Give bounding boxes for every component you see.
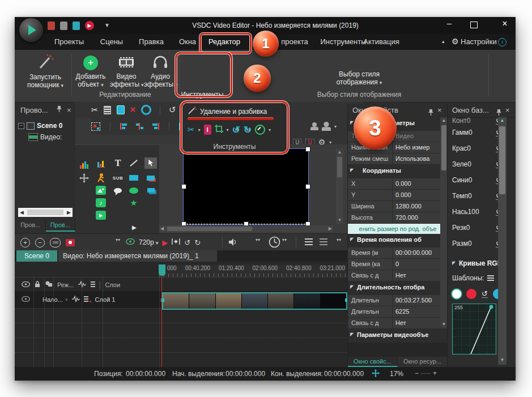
- spectrum-tool-icon[interactable]: [78, 157, 90, 169]
- crop-tool-icon[interactable]: [215, 125, 223, 135]
- rgb-curve-graph[interactable]: 255: [452, 304, 496, 355]
- zoom-100-icon[interactable]: 100: [50, 238, 61, 247]
- menu-settings[interactable]: Настройки: [461, 34, 496, 50]
- lock-column-icon[interactable]: [35, 281, 40, 289]
- snapshot-tool-icon[interactable]: [144, 172, 157, 183]
- playhead-marker[interactable]: [159, 264, 165, 276]
- animation-tool-icon[interactable]: [95, 172, 107, 183]
- zoom-out-icon[interactable]: −: [35, 238, 45, 247]
- time-display-mode-icon[interactable]: [269, 236, 280, 250]
- resize-to-parent-button[interactable]: енить размер по род. объе: [348, 224, 448, 234]
- cursor-tool-icon[interactable]: [144, 157, 157, 169]
- preview-eye-icon[interactable]: [126, 238, 135, 246]
- group-arrow-icon[interactable]: ▾: [334, 124, 337, 129]
- section-duration[interactable]: Длительность отобра: [348, 281, 448, 295]
- palette-expand-icon[interactable]: ▶: [132, 224, 137, 230]
- audio-mute-icon[interactable]: [229, 238, 237, 247]
- rotate-ccw-icon[interactable]: ↺90: [232, 124, 240, 136]
- visibility-column-icon[interactable]: [22, 281, 30, 288]
- tree-item-scene[interactable]: − Scene 0: [18, 122, 62, 130]
- timeline-ruler[interactable]: 000 00:40.200 01:20.400 02:00.600 02:40.…: [159, 264, 346, 277]
- preview-hscrollbar[interactable]: ◀ ▶: [159, 225, 333, 232]
- crop-arrow-icon[interactable]: ▾: [227, 127, 229, 133]
- close-button[interactable]: ×: [496, 19, 513, 33]
- templates-list-icon[interactable]: [487, 275, 494, 281]
- close-icon[interactable]: ×: [505, 104, 510, 117]
- group-objects-icon[interactable]: [310, 122, 319, 130]
- copy-icon[interactable]: [104, 106, 111, 114]
- play-icon[interactable]: ▶: [162, 238, 168, 247]
- rectangle-tool-icon[interactable]: [127, 172, 140, 183]
- cut-icon[interactable]: ✂: [91, 105, 98, 114]
- line-tool-icon[interactable]: [127, 157, 140, 169]
- section-video-params[interactable]: Параметры видеообъе: [348, 329, 448, 343]
- effects-vscrollbar[interactable]: ▲ ▼: [498, 117, 507, 365]
- freeshape-tool-icon[interactable]: ★: [127, 197, 140, 208]
- preview-quality-select[interactable]: 720p: [139, 238, 158, 246]
- cut-tool-icon[interactable]: ✂: [188, 125, 195, 135]
- tab-video-sequence[interactable]: Видео: Небо измеряется милями (2019)_ 1: [58, 250, 217, 262]
- cut-arrow-icon[interactable]: ▾: [198, 127, 201, 133]
- zoom-out-button[interactable]: −: [415, 369, 419, 377]
- maximize-button[interactable]: [470, 22, 478, 28]
- fit-timeline-icon[interactable]: [372, 369, 380, 379]
- layers-tool-icon[interactable]: [144, 185, 157, 196]
- close-icon[interactable]: ×: [437, 104, 442, 117]
- new-project-icon[interactable]: [48, 22, 55, 30]
- preview-vscrollbar[interactable]: ▲ ▼: [336, 149, 343, 224]
- tree-item-video[interactable]: Видео:: [28, 133, 62, 141]
- playhead-line[interactable]: [161, 275, 162, 367]
- expand-group-icon[interactable]: ▾▾: [116, 238, 120, 241]
- layer-waveform-icon[interactable]: [72, 296, 80, 304]
- minimize-button[interactable]: –: [441, 18, 458, 33]
- correction-arrow-icon[interactable]: ▾: [269, 127, 271, 133]
- menu-scenes[interactable]: Сцены: [97, 34, 126, 50]
- align-right-icon[interactable]: [151, 123, 159, 130]
- subtitles-tool-icon[interactable]: SUB: [112, 172, 124, 183]
- loop-back-icon[interactable]: ↺: [184, 238, 190, 247]
- delete-icon[interactable]: ×: [130, 105, 135, 115]
- quick-access-arrow-icon[interactable]: ▼: [104, 22, 110, 28]
- tab-resources-window[interactable]: Окно ресур...: [398, 357, 448, 367]
- frames-column-icon[interactable]: [91, 281, 95, 288]
- reset-icon[interactable]: ↺: [482, 291, 488, 298]
- layer-frames-icon[interactable]: [84, 296, 88, 303]
- trim-tool-icon[interactable]: I: [204, 125, 211, 135]
- zoom-in-button[interactable]: +: [433, 369, 437, 377]
- red-channel-button[interactable]: [466, 289, 476, 299]
- ungroup-objects-icon[interactable]: [322, 122, 331, 131]
- video-canvas[interactable]: [184, 149, 308, 224]
- zoom-in-icon[interactable]: +: [20, 238, 30, 247]
- text-tool-icon[interactable]: T: [112, 157, 124, 169]
- menu-edit[interactable]: Правка: [136, 34, 167, 50]
- sort-layers-icon[interactable]: [305, 238, 313, 245]
- white-channel-button[interactable]: [452, 289, 461, 298]
- explorer-tab-1[interactable]: Пров...: [16, 219, 46, 232]
- align-left-icon[interactable]: [120, 123, 129, 130]
- tree-expander-icon[interactable]: −: [18, 123, 24, 129]
- collapse-ribbon-icon[interactable]: ▴: [442, 39, 445, 44]
- audio-tool-icon[interactable]: ♪: [95, 197, 107, 208]
- paste-icon[interactable]: [117, 105, 125, 114]
- menu-projects[interactable]: Проекты: [52, 34, 86, 50]
- menu-activation[interactable]: Активация: [361, 34, 401, 50]
- compact-layers-icon[interactable]: [320, 238, 327, 245]
- ellipse-marker-icon[interactable]: [141, 105, 151, 115]
- image-tool-icon[interactable]: [95, 185, 107, 196]
- pin-icon[interactable]: [57, 104, 62, 117]
- layer-visibility-icon[interactable]: [22, 296, 30, 303]
- undo-icon[interactable]: ↺: [169, 105, 176, 115]
- open-project-icon[interactable]: [60, 22, 67, 30]
- menu-tools[interactable]: Инструменты: [320, 34, 367, 50]
- tab-properties-window[interactable]: Окно свойс...: [348, 357, 398, 367]
- clip-thumbnails[interactable]: [162, 292, 347, 310]
- close-icon[interactable]: ×: [67, 104, 71, 117]
- selection-tool-icon[interactable]: [91, 122, 100, 131]
- correction-tool-icon[interactable]: [255, 125, 265, 135]
- clip-right-handle[interactable]: [345, 298, 347, 302]
- display-style-button[interactable]: Выбор стиляотображения: [324, 70, 395, 87]
- waveform-column-icon[interactable]: [78, 281, 86, 289]
- tooltip-tool-icon[interactable]: [112, 185, 124, 196]
- playhead-bounds-icon[interactable]: [172, 238, 180, 246]
- expand-group-icon[interactable]: ▾▾: [337, 238, 341, 241]
